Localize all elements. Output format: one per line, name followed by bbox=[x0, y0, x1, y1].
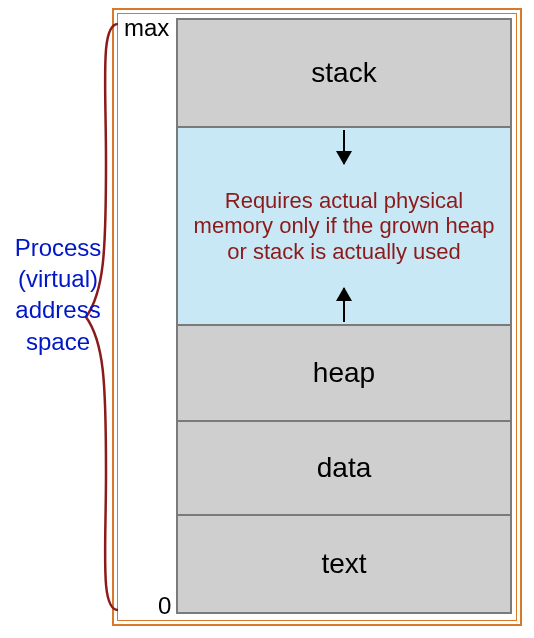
region-heap: heap bbox=[178, 326, 510, 422]
region-gap: Requires actual physical memory only if … bbox=[178, 128, 510, 326]
caption-line-4: space bbox=[6, 326, 110, 357]
region-stack-label: stack bbox=[311, 57, 376, 89]
caption-line-1: Process bbox=[6, 232, 110, 263]
stack-grow-down-icon bbox=[343, 130, 345, 164]
region-stack: stack bbox=[178, 20, 510, 128]
address-space-frame: max 0 stack Requires actual physical mem… bbox=[112, 8, 522, 626]
gap-annotation: Requires actual physical memory only if … bbox=[178, 188, 510, 264]
region-data-label: data bbox=[317, 452, 372, 484]
heap-grow-up-icon bbox=[343, 288, 345, 322]
label-zero: 0 bbox=[158, 592, 171, 620]
memory-regions: stack Requires actual physical memory on… bbox=[176, 18, 512, 614]
region-text-label: text bbox=[321, 548, 366, 580]
caption: Process (virtual) address space bbox=[6, 232, 110, 357]
region-data: data bbox=[178, 422, 510, 516]
label-max: max bbox=[124, 14, 169, 42]
caption-line-2: (virtual) bbox=[6, 263, 110, 294]
region-text: text bbox=[178, 516, 510, 612]
caption-line-3: address bbox=[6, 294, 110, 325]
region-heap-label: heap bbox=[313, 357, 375, 389]
